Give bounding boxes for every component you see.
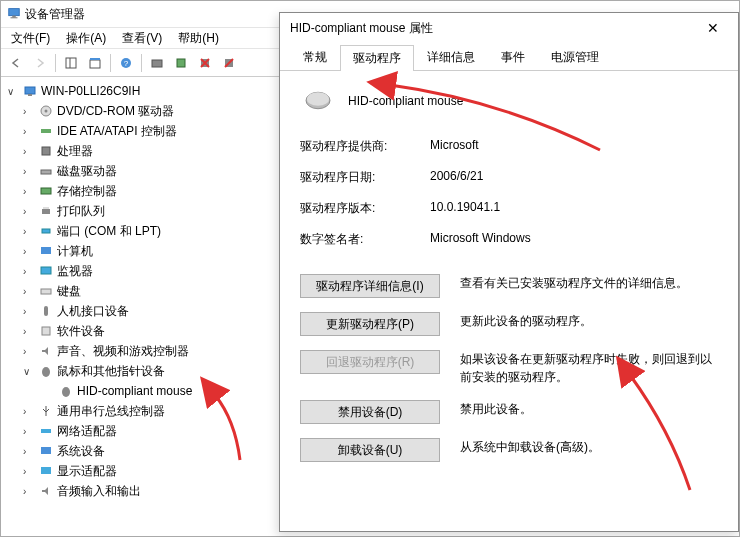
tree-item-label: 磁盘驱动器 bbox=[55, 163, 117, 180]
svg-rect-21 bbox=[41, 170, 51, 174]
svg-rect-23 bbox=[42, 209, 50, 214]
rollback-driver-button: 回退驱动程序(R) bbox=[300, 350, 440, 374]
svg-rect-16 bbox=[28, 94, 32, 96]
chevron-right-icon[interactable]: › bbox=[23, 286, 37, 297]
row-uninstall-device: 卸载设备(U) 从系统中卸载设备(高级)。 bbox=[300, 438, 718, 462]
network-icon bbox=[37, 424, 55, 438]
uninstall-device-button[interactable]: 卸载设备(U) bbox=[300, 438, 440, 462]
svg-rect-24 bbox=[43, 207, 49, 209]
menu-view[interactable]: 查看(V) bbox=[116, 28, 168, 49]
tree-item-label: 显示适配器 bbox=[55, 463, 117, 480]
update-driver-button[interactable] bbox=[170, 52, 192, 74]
menu-action[interactable]: 操作(A) bbox=[60, 28, 112, 49]
chevron-right-icon[interactable]: › bbox=[23, 326, 37, 337]
svg-rect-30 bbox=[42, 327, 50, 335]
dialog-titlebar: HID-compliant mouse 属性 ✕ bbox=[280, 13, 738, 43]
uninstall-button[interactable] bbox=[194, 52, 216, 74]
svg-rect-10 bbox=[177, 59, 185, 67]
tree-item-label: 键盘 bbox=[55, 283, 81, 300]
svg-rect-22 bbox=[41, 188, 51, 194]
tab-power[interactable]: 电源管理 bbox=[538, 44, 612, 70]
svg-rect-27 bbox=[41, 267, 51, 274]
chevron-right-icon[interactable]: › bbox=[23, 186, 37, 197]
chevron-right-icon[interactable]: › bbox=[23, 266, 37, 277]
chevron-right-icon[interactable]: › bbox=[23, 166, 37, 177]
mouse-icon bbox=[37, 364, 55, 378]
chevron-right-icon[interactable]: › bbox=[23, 346, 37, 357]
update-driver-button[interactable]: 更新驱动程序(P) bbox=[300, 312, 440, 336]
usb-icon bbox=[37, 404, 55, 418]
tab-general[interactable]: 常规 bbox=[290, 44, 340, 70]
port-icon bbox=[37, 224, 55, 238]
svg-point-18 bbox=[45, 110, 48, 113]
chevron-right-icon[interactable]: › bbox=[23, 306, 37, 317]
tree-item-label: 处理器 bbox=[55, 143, 93, 160]
disk-icon bbox=[37, 164, 55, 178]
tree-item-label: 监视器 bbox=[55, 263, 93, 280]
cpu-icon bbox=[37, 144, 55, 158]
properties-button[interactable] bbox=[84, 52, 106, 74]
mouse-icon bbox=[57, 384, 75, 398]
scan-button[interactable] bbox=[146, 52, 168, 74]
svg-rect-25 bbox=[42, 229, 50, 233]
tree-item-label: 端口 (COM 和 LPT) bbox=[55, 223, 161, 240]
disable-device-button[interactable]: 禁用设备(D) bbox=[300, 400, 440, 424]
menu-help[interactable]: 帮助(H) bbox=[172, 28, 225, 49]
chevron-right-icon[interactable]: › bbox=[23, 226, 37, 237]
row-update-driver: 更新驱动程序(P) 更新此设备的驱动程序。 bbox=[300, 312, 718, 336]
svg-rect-2 bbox=[11, 17, 18, 18]
show-hide-button[interactable] bbox=[60, 52, 82, 74]
audio-icon bbox=[37, 344, 55, 358]
tree-root-label: WIN-P0LLI26C9IH bbox=[39, 84, 140, 98]
chevron-right-icon[interactable]: › bbox=[23, 106, 37, 117]
chevron-right-icon[interactable]: › bbox=[23, 126, 37, 137]
disable-button[interactable] bbox=[218, 52, 240, 74]
tree-item-label: 声音、视频和游戏控制器 bbox=[55, 343, 189, 360]
chevron-right-icon[interactable]: › bbox=[23, 446, 37, 457]
chevron-right-icon[interactable]: › bbox=[23, 206, 37, 217]
close-button[interactable]: ✕ bbox=[698, 20, 728, 36]
keyboard-icon bbox=[37, 284, 55, 298]
chevron-right-icon[interactable]: › bbox=[23, 246, 37, 257]
tree-item-label: 通用串行总线控制器 bbox=[55, 403, 165, 420]
tab-details[interactable]: 详细信息 bbox=[414, 44, 488, 70]
chevron-down-icon[interactable]: ∨ bbox=[7, 86, 21, 97]
software-icon bbox=[37, 324, 55, 338]
svg-rect-0 bbox=[9, 8, 20, 15]
svg-rect-35 bbox=[41, 467, 51, 474]
menu-file[interactable]: 文件(F) bbox=[5, 28, 56, 49]
svg-rect-19 bbox=[41, 129, 51, 133]
rollback-driver-desc: 如果该设备在更新驱动程序时失败，则回退到以前安装的驱动程序。 bbox=[460, 350, 718, 386]
chevron-right-icon[interactable]: › bbox=[23, 146, 37, 157]
info-version: 驱动程序版本:10.0.19041.1 bbox=[300, 200, 718, 217]
chevron-right-icon[interactable]: › bbox=[23, 466, 37, 477]
chevron-right-icon[interactable]: › bbox=[23, 486, 37, 497]
svg-point-32 bbox=[62, 387, 70, 397]
svg-rect-1 bbox=[12, 15, 16, 17]
computer-icon bbox=[21, 84, 39, 98]
row-driver-details: 驱动程序详细信息(I) 查看有关已安装驱动程序文件的详细信息。 bbox=[300, 274, 718, 298]
chevron-right-icon[interactable]: › bbox=[23, 406, 37, 417]
row-rollback-driver: 回退驱动程序(R) 如果该设备在更新驱动程序时失败，则回退到以前安装的驱动程序。 bbox=[300, 350, 718, 386]
tab-events[interactable]: 事件 bbox=[488, 44, 538, 70]
svg-rect-20 bbox=[42, 147, 50, 155]
tab-driver[interactable]: 驱动程序 bbox=[340, 45, 414, 71]
svg-rect-5 bbox=[90, 60, 100, 68]
audio-io-icon bbox=[37, 484, 55, 498]
storage-icon bbox=[37, 184, 55, 198]
info-signer: 数字签名者:Microsoft Windows bbox=[300, 231, 718, 248]
chevron-down-icon[interactable]: ∨ bbox=[23, 366, 37, 377]
driver-details-button[interactable]: 驱动程序详细信息(I) bbox=[300, 274, 440, 298]
svg-rect-26 bbox=[41, 247, 51, 254]
hid-icon bbox=[37, 304, 55, 318]
svg-rect-15 bbox=[25, 87, 35, 94]
tree-item-label: 软件设备 bbox=[55, 323, 105, 340]
tree-item-label: 鼠标和其他指针设备 bbox=[55, 363, 165, 380]
back-button[interactable] bbox=[5, 52, 27, 74]
forward-button[interactable] bbox=[29, 52, 51, 74]
help-button[interactable]: ? bbox=[115, 52, 137, 74]
chevron-right-icon[interactable]: › bbox=[23, 426, 37, 437]
monitor-icon bbox=[37, 264, 55, 278]
svg-rect-28 bbox=[41, 289, 51, 294]
uninstall-device-desc: 从系统中卸载设备(高级)。 bbox=[460, 438, 718, 456]
